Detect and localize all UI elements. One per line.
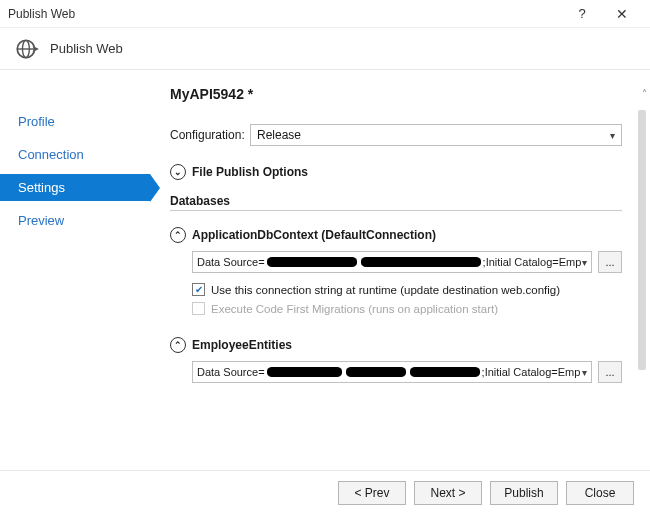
globe-arrow-icon [14, 36, 40, 62]
window-title: Publish Web [8, 7, 562, 21]
redacted-text [267, 257, 357, 267]
redacted-text [267, 367, 342, 377]
dialog-body: Profile Connection Settings Preview ˄ My… [0, 70, 650, 470]
checkbox-checked-icon: ✔ [192, 283, 205, 296]
redacted-text [410, 367, 480, 377]
connection-string-input[interactable]: Data Source= ;Initial Catalog=Emp ▾ [192, 251, 592, 273]
publish-button[interactable]: Publish [490, 481, 558, 505]
chevron-up-circle-icon: ⌃ [170, 337, 186, 353]
file-publish-expander[interactable]: ⌄ File Publish Options [170, 164, 622, 180]
redacted-text [346, 367, 406, 377]
db-name: EmployeeEntities [192, 338, 292, 352]
close-button[interactable]: Close [566, 481, 634, 505]
scroll-up-icon[interactable]: ˄ [642, 88, 647, 99]
sidebar-item-settings[interactable]: Settings [0, 174, 150, 201]
conn-prefix: Data Source= [197, 256, 265, 268]
migrations-row: Execute Code First Migrations (runs on a… [192, 302, 622, 315]
sidebar-item-profile[interactable]: Profile [0, 108, 150, 135]
use-runtime-label: Use this connection string at runtime (u… [211, 284, 560, 296]
chevron-up-circle-icon: ⌃ [170, 227, 186, 243]
browse-button[interactable]: ... [598, 251, 622, 273]
settings-panel: ˄ MyAPI5942 * Configuration: Release ▾ ⌄… [150, 70, 650, 470]
migrations-label: Execute Code First Migrations (runs on a… [211, 303, 498, 315]
configuration-label: Configuration: [170, 128, 250, 142]
close-icon: ✕ [616, 6, 628, 22]
browse-button[interactable]: ... [598, 361, 622, 383]
prev-button[interactable]: < Prev [338, 481, 406, 505]
db-expander[interactable]: ⌃ ApplicationDbContext (DefaultConnectio… [170, 227, 622, 243]
redacted-text [361, 257, 481, 267]
project-title: MyAPI5942 * [170, 86, 622, 102]
connection-string-row: Data Source= ;Initial Catalog=Emp ▾ ... [192, 251, 622, 273]
scrollbar-thumb[interactable] [638, 110, 646, 370]
chevron-down-icon: ▾ [610, 130, 615, 141]
help-button[interactable]: ? [562, 6, 602, 21]
dialog-title: Publish Web [50, 41, 123, 56]
conn-prefix: Data Source= [197, 366, 265, 378]
connection-string-input[interactable]: Data Source= ;Initial Catalog=Emp ▾ [192, 361, 592, 383]
db-expander[interactable]: ⌃ EmployeeEntities [170, 337, 622, 353]
sidebar-item-preview[interactable]: Preview [0, 207, 150, 234]
configuration-row: Configuration: Release ▾ [170, 124, 622, 146]
next-button[interactable]: Next > [414, 481, 482, 505]
configuration-value: Release [257, 128, 301, 142]
connection-string-row: Data Source= ;Initial Catalog=Emp ▾ ... [192, 361, 622, 383]
chevron-down-circle-icon: ⌄ [170, 164, 186, 180]
configuration-select[interactable]: Release ▾ [250, 124, 622, 146]
databases-heading: Databases [170, 194, 622, 211]
conn-suffix: ;Initial Catalog=Emp [482, 366, 581, 378]
conn-suffix: ;Initial Catalog=Emp [483, 256, 582, 268]
dialog-header: Publish Web [0, 28, 650, 70]
db-name: ApplicationDbContext (DefaultConnection) [192, 228, 436, 242]
db-block-applicationdbcontext: ⌃ ApplicationDbContext (DefaultConnectio… [170, 227, 622, 315]
chevron-down-icon: ▾ [582, 367, 587, 378]
dialog-footer: < Prev Next > Publish Close [0, 470, 650, 514]
close-window-button[interactable]: ✕ [602, 6, 642, 22]
titlebar: Publish Web ? ✕ [0, 0, 650, 28]
sidebar-item-connection[interactable]: Connection [0, 141, 150, 168]
use-runtime-row[interactable]: ✔ Use this connection string at runtime … [192, 283, 622, 296]
checkbox-unchecked-icon [192, 302, 205, 315]
chevron-down-icon: ▾ [582, 257, 587, 268]
db-block-employeeentities: ⌃ EmployeeEntities Data Source= ;Initial… [170, 337, 622, 383]
file-publish-label: File Publish Options [192, 165, 308, 179]
wizard-sidebar: Profile Connection Settings Preview [0, 70, 150, 470]
